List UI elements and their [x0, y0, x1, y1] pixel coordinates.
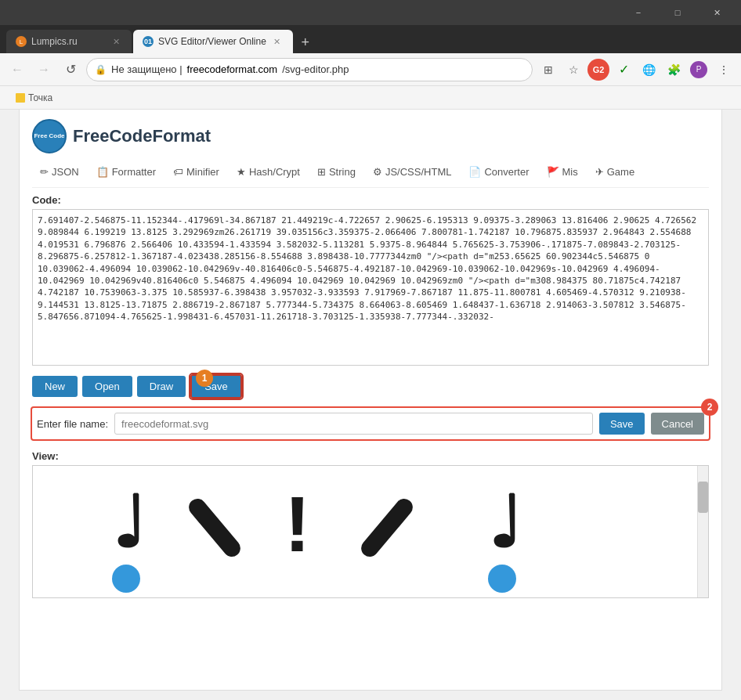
view-section: View: ♩ ! [20, 444, 721, 598]
menu-jscsshtml-label: JS/CSS/HTML [385, 166, 452, 178]
close-tab-lumpics[interactable]: ✕ [110, 35, 122, 48]
maximize-button[interactable]: □ [660, 0, 696, 25]
menu-item-formatter[interactable]: 📋 Formatter [89, 163, 164, 181]
window-controls: − □ ✕ [620, 0, 735, 25]
menu-converter-label: Converter [484, 166, 529, 178]
svg-text:♩: ♩ [488, 484, 521, 562]
extensions-button[interactable]: 🧩 [663, 59, 685, 81]
view-scrollbar[interactable] [697, 466, 708, 597]
menu-item-converter[interactable]: 📄 Converter [461, 163, 537, 181]
close-button[interactable]: ✕ [699, 0, 735, 25]
address-path: /svg-editor.php [282, 63, 349, 75]
cancel-file-button[interactable]: Cancel [651, 413, 704, 435]
save-file-dialog: Enter file name: Save Cancel 2 [31, 406, 710, 441]
menu-item-hash[interactable]: ★ Hash/Crypt [229, 163, 308, 181]
svg-point-6 [488, 565, 516, 593]
filename-input[interactable] [114, 413, 593, 435]
draw-button[interactable]: Draw [137, 376, 186, 397]
badge-1: 1 [196, 370, 213, 387]
save-file-label: Enter file name: [37, 418, 108, 430]
bookmark-bar: Точка [0, 86, 741, 110]
new-tab-button[interactable]: + [295, 31, 316, 53]
nav-actions: ⊞ ☆ G2 ✓ 🌐 🧩 P ⋮ [537, 59, 735, 81]
folder-icon [16, 93, 25, 103]
address-bar[interactable]: 🔒 Не защищено | freecodeformat.com /svg-… [86, 58, 533, 81]
mis-icon: 🚩 [547, 166, 559, 178]
bookmark-label: Точка [28, 92, 52, 103]
address-protocol: Не защищено | [111, 63, 183, 75]
back-button[interactable]: ← [6, 59, 28, 81]
hash-icon: ★ [237, 166, 246, 178]
minifier-icon: 🏷 [173, 166, 183, 178]
extension2-button[interactable]: ✓ [613, 59, 634, 81]
svg-rect-2 [186, 495, 244, 560]
menu-minifier-label: Minifier [186, 166, 219, 178]
badge-2: 2 [701, 399, 718, 416]
svg-text:♩: ♩ [112, 484, 145, 562]
menu-item-minifier[interactable]: 🏷 Minifier [165, 163, 227, 181]
game-icon: ✈ [595, 166, 604, 178]
logo-area: Free Code FreeCodeFormat [32, 119, 709, 153]
tab-svg-editor-label: SVG Editor/Viewer Online [158, 36, 266, 47]
jscsshtml-icon: ⚙ [373, 166, 382, 178]
menu-mis-label: Mis [562, 166, 578, 178]
menu-item-mis[interactable]: 🚩 Mis [539, 163, 586, 181]
svg-point-1 [112, 565, 140, 593]
formatter-icon: 📋 [96, 166, 109, 178]
profile-button[interactable]: P [688, 59, 710, 81]
more-button[interactable]: ⋮ [713, 59, 735, 81]
site-title: FreeCodeFormat [73, 126, 211, 146]
code-label: Code: [32, 194, 709, 206]
menu-game-label: Game [607, 166, 634, 178]
menu-item-game[interactable]: ✈ Game [587, 163, 642, 181]
bookmark-folder[interactable]: Точка [9, 88, 59, 107]
page-header: Free Code FreeCodeFormat ✏ JSON 📋 Format… [20, 110, 721, 188]
menu-formatter-label: Formatter [112, 166, 156, 178]
svg-rect-4 [358, 495, 417, 560]
save-file-button[interactable]: Save [599, 413, 645, 435]
bookmark-button[interactable]: ☆ [562, 59, 584, 81]
menu-item-string[interactable]: ⊞ String [309, 163, 363, 181]
svg-preview: ♩ ! ♩ [49, 469, 692, 594]
menu-item-jscsshtml[interactable]: ⚙ JS/CSS/HTML [365, 163, 460, 181]
save-file-form: Enter file name: Save Cancel 2 [37, 413, 704, 435]
action-buttons-row: New Open Draw Save 1 [20, 368, 721, 405]
site-nav-menu: ✏ JSON 📋 Formatter 🏷 Minifier ★ Hash/Cry… [32, 163, 709, 188]
address-domain: freecodeformat.com [187, 63, 278, 75]
tab-lumpics[interactable]: L Lumpics.ru ✕ [6, 30, 132, 53]
tabs-bar: L Lumpics.ru ✕ 01 SVG Editor/Viewer Onli… [0, 25, 741, 53]
scrollbar-thumb [698, 482, 708, 513]
minimize-button[interactable]: − [620, 0, 656, 25]
reload-button[interactable]: ↺ [60, 59, 81, 81]
page-content: Free Code FreeCodeFormat ✏ JSON 📋 Format… [19, 110, 722, 691]
lumpics-favicon: L [16, 36, 27, 47]
extension1-button[interactable]: G2 [587, 59, 609, 81]
forward-button[interactable]: → [33, 59, 55, 81]
site-logo: Free Code [32, 119, 67, 153]
code-textarea[interactable]: 7.691407-2.546875-11.152344-.417969l-34.… [32, 209, 709, 366]
globe-button[interactable]: 🌐 [638, 59, 660, 81]
tab-lumpics-label: Lumpics.ru [31, 36, 78, 47]
logo-text: Free Code [34, 132, 64, 140]
string-icon: ⊞ [317, 166, 326, 178]
translate-button[interactable]: ⊞ [537, 59, 559, 81]
view-label: View: [32, 450, 709, 462]
navigation-bar: ← → ↺ 🔒 Не защищено | freecodeformat.com… [0, 53, 741, 86]
menu-json-label: JSON [52, 166, 79, 178]
menu-item-json[interactable]: ✏ JSON [32, 163, 87, 181]
menu-string-label: String [329, 166, 356, 178]
json-icon: ✏ [40, 166, 49, 178]
open-button[interactable]: Open [82, 376, 132, 397]
converter-icon: 📄 [468, 166, 481, 178]
menu-hash-label: Hash/Crypt [249, 166, 300, 178]
title-bar: − □ ✕ [0, 0, 741, 25]
lock-icon: 🔒 [95, 64, 107, 75]
svg-text:!: ! [284, 480, 310, 568]
tab-svg-editor[interactable]: 01 SVG Editor/Viewer Online ✕ [133, 30, 293, 53]
view-box: ♩ ! ♩ [32, 465, 709, 598]
close-tab-svg-editor[interactable]: ✕ [271, 35, 284, 48]
new-button[interactable]: New [32, 376, 78, 397]
code-section: Code: 7.691407-2.546875-11.152344-.41796… [20, 188, 721, 368]
svg-editor-favicon: 01 [143, 36, 154, 47]
